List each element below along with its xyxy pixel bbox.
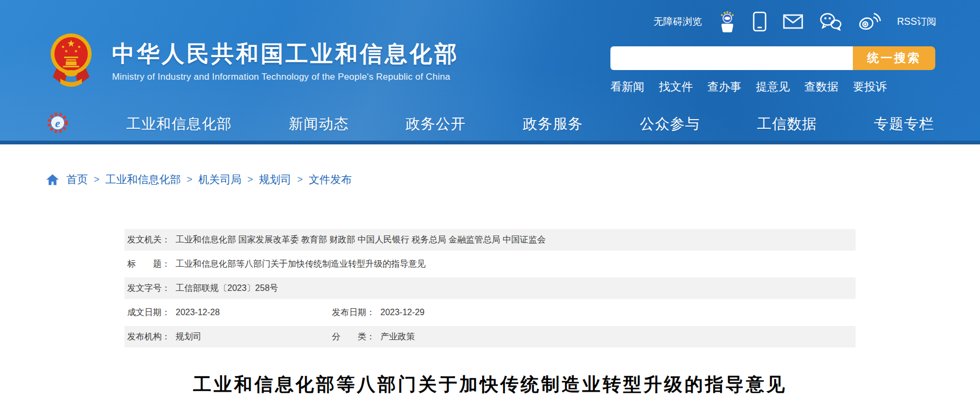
breadcrumb-planning-dept[interactable]: 规划司 [259, 172, 291, 187]
national-emblem-icon [50, 32, 93, 89]
meta-label: 发布机构： [127, 332, 170, 341]
breadcrumb-separator: > [94, 174, 100, 185]
unified-search-button[interactable]: 统一搜索 [853, 46, 935, 70]
header-divider [0, 141, 980, 144]
miit-logo-icon[interactable]: e [46, 111, 69, 137]
svg-text:e: e [55, 117, 60, 130]
meta-value: 工业和信息化部 国家发展改革委 教育部 财政部 中国人民银行 税务总局 金融监管… [176, 235, 546, 244]
robot-mascot-icon[interactable] [718, 11, 736, 32]
breadcrumb-miit[interactable]: 工业和信息化部 [106, 172, 181, 187]
meta-label: 发文机关： [127, 235, 170, 244]
utility-bar: 无障碍浏览 [654, 11, 936, 32]
document-title: 工业和信息化部等八部门关于加快传统制造业转型升级的指导意见 [0, 372, 980, 397]
quick-link-services[interactable]: 查办事 [707, 79, 741, 94]
breadcrumb-separator: > [187, 174, 193, 185]
rss-link[interactable]: RSS订阅 [897, 15, 936, 28]
breadcrumb: 首页 > 工业和信息化部 > 机关司局 > 规划司 > 文件发布 [46, 172, 980, 187]
meta-row-issuing-org: 发文机关：工业和信息化部 国家发展改革委 教育部 财政部 中国人民银行 税务总局… [124, 229, 856, 251]
quick-link-suggestions[interactable]: 提意见 [756, 79, 790, 94]
breadcrumb-departments[interactable]: 机关司局 [198, 172, 241, 187]
search-area: 统一搜索 看新闻 找文件 查办事 提意见 查数据 要投诉 [610, 46, 935, 94]
site-brand: 中华人民共和国工业和信息化部 Ministry of Industry and … [50, 32, 459, 89]
nav-item-public-participation[interactable]: 公众参与 [640, 114, 700, 134]
nav-item-gov-services[interactable]: 政务服务 [523, 114, 583, 134]
quick-link-files[interactable]: 找文件 [659, 79, 693, 94]
breadcrumb-separator: > [247, 174, 253, 185]
meta-label: 分 类： [332, 332, 375, 341]
breadcrumb-separator: > [297, 174, 303, 185]
search-input[interactable] [610, 46, 853, 70]
site-header: 无障碍浏览 [0, 0, 980, 144]
mobile-phone-icon[interactable] [753, 11, 767, 32]
meta-value: 规划司 [176, 332, 201, 341]
meta-label: 标 题： [127, 259, 170, 268]
meta-value: 工业和信息化部等八部门关于加快传统制造业转型升级的指导意见 [176, 259, 426, 268]
site-title: 中华人民共和国工业和信息化部 [112, 42, 459, 66]
meta-label: 发文字号： [127, 283, 170, 293]
nav-item-special-topics[interactable]: 专题专栏 [874, 114, 934, 134]
nav-item-miit[interactable]: 工业和信息化部 [126, 114, 232, 134]
email-icon[interactable] [783, 14, 803, 29]
nav-item-news[interactable]: 新闻动态 [289, 114, 349, 134]
quick-links: 看新闻 找文件 查办事 提意见 查数据 要投诉 [610, 79, 935, 94]
main-nav: e 工业和信息化部 新闻动态 政务公开 政务服务 公众参与 工信数据 专题专栏 [46, 110, 934, 137]
breadcrumb-document-release[interactable]: 文件发布 [309, 172, 352, 187]
meta-row-publisher: 发布机构：规划司 分 类：产业政策 [124, 326, 856, 348]
breadcrumb-home[interactable]: 首页 [66, 172, 88, 187]
meta-value: 工信部联规〔2023〕258号 [176, 283, 278, 293]
weibo-icon[interactable] [858, 12, 881, 31]
meta-label: 成文日期： [127, 308, 170, 317]
quick-link-news[interactable]: 看新闻 [610, 79, 644, 94]
wechat-icon[interactable] [819, 12, 842, 31]
quick-link-data[interactable]: 查数据 [804, 79, 838, 94]
quick-link-complaints[interactable]: 要投诉 [853, 79, 887, 94]
meta-row-dates: 成文日期：2023-12-28 发布日期：2023-12-29 [124, 302, 856, 323]
document-meta-table: 发文机关：工业和信息化部 国家发展改革委 教育部 财政部 中国人民银行 税务总局… [124, 229, 856, 348]
home-icon[interactable] [46, 173, 59, 186]
site-subtitle: Ministry of Industry and Information Tec… [112, 72, 459, 82]
meta-row-doc-number: 发文字号：工信部联规〔2023〕258号 [124, 277, 856, 299]
meta-value: 产业政策 [380, 332, 415, 341]
nav-item-gov-disclosure[interactable]: 政务公开 [406, 114, 466, 134]
accessibility-link[interactable]: 无障碍浏览 [654, 15, 702, 28]
meta-row-title: 标 题：工业和信息化部等八部门关于加快传统制造业转型升级的指导意见 [124, 253, 856, 275]
meta-value: 2023-12-29 [380, 308, 425, 317]
meta-value: 2023-12-28 [176, 308, 220, 317]
meta-label: 发布日期： [332, 308, 375, 317]
nav-item-miit-data[interactable]: 工信数据 [757, 114, 817, 134]
